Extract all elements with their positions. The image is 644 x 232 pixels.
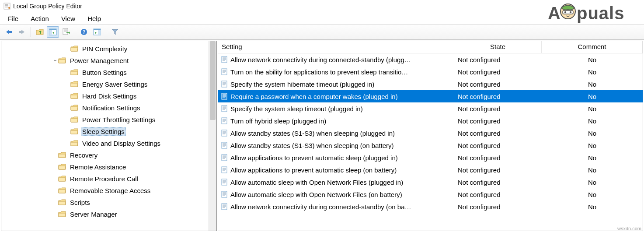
policy-icon [221, 130, 228, 137]
tree[interactable]: PIN Complexity⌄Power ManagementButton Se… [1, 41, 216, 222]
tree-item-label: Recovery [69, 151, 99, 159]
tree-item[interactable]: Hard Disk Settings [1, 90, 216, 102]
list-row[interactable]: Allow network connectivity during connec… [218, 200, 643, 213]
list-body[interactable]: Allow network connectivity during connec… [218, 53, 643, 213]
folder-icon [58, 176, 66, 182]
policy-icon [221, 191, 228, 198]
list-row[interactable]: Allow network connectivity during connec… [218, 53, 643, 66]
menu-help[interactable]: Help [81, 14, 107, 23]
tree-item-label: Sleep Settings [81, 127, 126, 136]
tree-item[interactable]: Recovery [1, 149, 216, 161]
comment-label: No [542, 203, 643, 211]
list-row[interactable]: Allow standby states (S1-S3) when sleepi… [218, 139, 643, 151]
tree-item[interactable]: Removable Storage Access [1, 185, 216, 197]
tree-item-label: Remote Assistance [69, 163, 127, 171]
list-row[interactable]: Specify the system hibernate timeout (pl… [218, 78, 643, 90]
toolbar-separator [31, 27, 31, 37]
filter-button[interactable] [109, 26, 121, 38]
svg-point-4 [8, 7, 10, 9]
forward-button[interactable] [16, 26, 28, 38]
state-label: Not configured [454, 154, 542, 162]
toolbar-separator [106, 27, 106, 37]
comment-label: No [542, 142, 643, 149]
list-row[interactable]: Allow applications to prevent automatic … [218, 164, 643, 176]
folder-icon [70, 93, 78, 99]
show-hide-action-pane-button[interactable] [91, 26, 103, 38]
tree-item-label: Notification Settings [81, 104, 142, 112]
policy-icon [221, 81, 228, 88]
policy-icon [221, 154, 228, 161]
folder-icon [58, 187, 66, 194]
setting-label: Specify the system hibernate timeout (pl… [230, 81, 374, 88]
app-icon [3, 3, 10, 10]
tree-item[interactable]: ⌄Power Management [1, 55, 216, 67]
list-row[interactable]: Allow standby states (S1-S3) when sleepi… [218, 127, 643, 139]
tree-item[interactable]: Sleep Settings [1, 126, 216, 137]
svg-text:?: ? [83, 29, 86, 35]
svg-rect-6 [19, 31, 22, 33]
state-label: Not configured [454, 191, 542, 198]
folder-icon [70, 128, 78, 135]
folder-icon [70, 116, 78, 123]
policy-icon [221, 203, 228, 210]
tree-item-label: Scripts [69, 198, 91, 207]
svg-rect-18 [98, 30, 101, 35]
tree-item[interactable]: Remote Assistance [1, 161, 216, 173]
policy-icon [221, 117, 228, 124]
scrollbar-thumb[interactable] [210, 41, 216, 120]
column-comment[interactable]: Comment [542, 41, 643, 53]
tree-item[interactable]: Remote Procedure Call [1, 173, 216, 185]
policy-icon [221, 142, 228, 149]
svg-rect-8 [49, 29, 56, 30]
column-state[interactable]: State [454, 41, 542, 53]
menu-view[interactable]: View [55, 14, 81, 23]
content-area: PIN Complexity⌄Power ManagementButton Se… [0, 39, 644, 232]
list-row[interactable]: Allow automatic sleep with Open Network … [218, 176, 643, 188]
list-row[interactable]: Turn on the ability for applications to … [218, 66, 643, 78]
tree-item[interactable]: PIN Complexity [1, 43, 216, 55]
comment-label: No [542, 81, 643, 88]
svg-rect-9 [49, 30, 52, 35]
policy-icon [221, 68, 228, 75]
state-label: Not configured [454, 203, 542, 211]
up-level-button[interactable] [34, 26, 46, 38]
setting-label: Specify the system sleep timeout (plugge… [230, 105, 363, 112]
svg-rect-5 [9, 31, 12, 33]
export-list-button[interactable] [60, 26, 72, 38]
list-row[interactable]: Allow applications to prevent automatic … [218, 151, 643, 164]
tree-item[interactable]: Power Throttling Settings [1, 114, 216, 126]
tree-scrollbar[interactable] [209, 41, 216, 231]
tree-item-label: Power Throttling Settings [81, 116, 157, 124]
tree-item[interactable]: Video and Display Settings [1, 137, 216, 149]
help-button[interactable]: ? [78, 26, 90, 38]
setting-label: Require a password when a computer wakes… [230, 93, 398, 100]
tree-item[interactable]: Energy Saver Settings [1, 78, 216, 90]
tree-item-label: Removable Storage Access [69, 186, 152, 195]
tree-item[interactable]: Notification Settings [1, 102, 216, 114]
tree-item[interactable]: Button Settings [1, 67, 216, 78]
tree-item-label: PIN Complexity [81, 45, 129, 53]
list-row[interactable]: Allow automatic sleep with Open Network … [218, 188, 643, 200]
setting-label: Allow network connectivity during connec… [230, 203, 411, 211]
tree-pane: PIN Complexity⌄Power ManagementButton Se… [1, 41, 217, 231]
tree-item[interactable]: Server Manager [1, 208, 216, 220]
menu-file[interactable]: File [2, 14, 24, 23]
folder-icon [70, 69, 78, 76]
back-button[interactable] [3, 26, 15, 38]
comment-label: No [542, 191, 643, 198]
tree-item-label: Power Management [69, 56, 130, 65]
tree-item[interactable]: Scripts [1, 197, 216, 208]
comment-label: No [542, 68, 643, 76]
state-label: Not configured [454, 179, 542, 186]
comment-label: No [542, 117, 643, 125]
list-row[interactable]: Turn off hybrid sleep (plugged in)Not co… [218, 115, 643, 127]
comment-label: No [542, 105, 643, 112]
setting-label: Allow applications to prevent automatic … [230, 154, 398, 162]
column-setting[interactable]: Setting [218, 41, 454, 53]
list-row[interactable]: Specify the system sleep timeout (plugge… [218, 102, 643, 115]
show-hide-tree-button[interactable] [47, 26, 59, 38]
list-row[interactable]: Require a password when a computer wakes… [218, 90, 643, 102]
chevron-down-icon[interactable]: ⌄ [52, 56, 58, 63]
state-label: Not configured [454, 142, 542, 149]
menu-action[interactable]: Action [24, 14, 55, 23]
